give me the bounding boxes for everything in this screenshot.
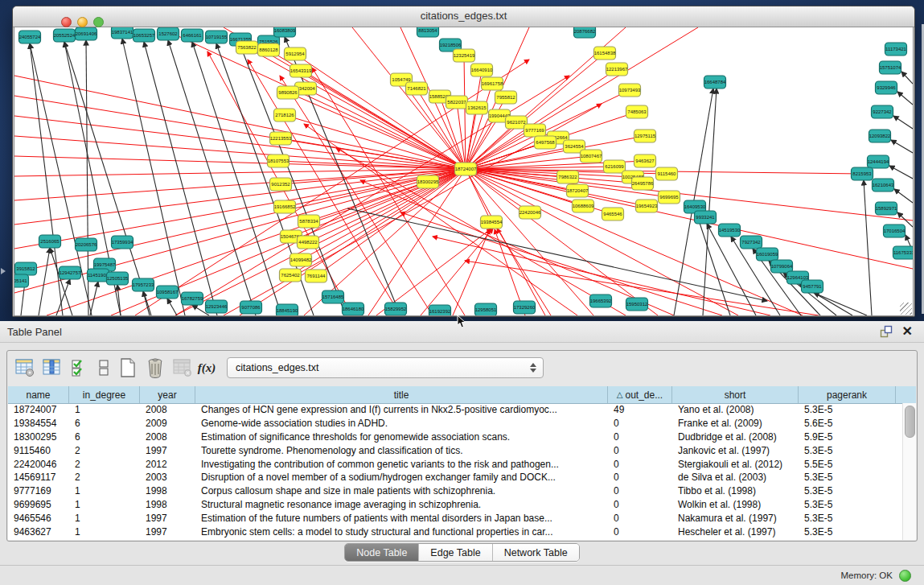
graph-node[interactable]: 2718126 [274, 109, 296, 122]
table-cell[interactable]: 18724007 [8, 404, 69, 415]
scrollbar-thumb[interactable] [905, 406, 915, 438]
graph-node[interactable]: 15716485 [322, 290, 345, 303]
graph-node[interactable]: 17016504 [884, 225, 906, 237]
graph-node[interactable]: 16154838 [594, 47, 617, 60]
table-cell[interactable]: 9463627 [8, 526, 69, 538]
graph-node[interactable]: 10719155 [206, 31, 228, 43]
column-header-year[interactable]: year [140, 386, 195, 403]
graph-node[interactable]: 20691406 [76, 27, 98, 40]
table-cell[interactable]: 5.3E-5 [799, 499, 896, 510]
graph-node[interactable]: 7986322 [557, 171, 579, 183]
graph-node[interactable]: 26495786 [632, 177, 655, 190]
graph-node[interactable]: 16648784 [704, 76, 727, 89]
table-cell[interactable]: Yano et al. (2008) [672, 404, 799, 415]
graph-node[interactable]: 16083809 [274, 27, 297, 37]
tab-network-table[interactable]: Network Table [493, 544, 579, 561]
graph-node[interactable]: 12325419 [454, 49, 476, 62]
graph-node[interactable]: 11173421 [885, 43, 907, 56]
graph-node[interactable]: 16640910 [471, 64, 494, 76]
graph-node[interactable]: 19665392 [590, 295, 613, 307]
table-cell[interactable]: Jankovic et al. (1997) [672, 445, 799, 456]
table-cell[interactable]: 49 [608, 404, 672, 415]
graph-node[interactable]: 6466161 [182, 29, 203, 42]
table-cell[interactable]: 2012 [140, 459, 195, 470]
table-tabs[interactable]: Node TableEdge TableNetwork Table [344, 543, 579, 562]
table-cell[interactable]: 1997 [140, 513, 195, 524]
graph-node[interactable]: 12213553 [270, 132, 293, 145]
graph-node[interactable]: 12923446 [206, 300, 228, 313]
table-cell[interactable]: 22420046 [8, 459, 69, 470]
graph-node[interactable]: 10653257 [133, 29, 156, 42]
graph-node[interactable]: 10973493 [619, 84, 642, 97]
table-cell[interactable]: Franke et al. (2009) [672, 418, 799, 429]
table-cell[interactable]: 1997 [140, 445, 195, 456]
graph-node[interactable]: 14099482 [290, 253, 313, 266]
table-cell[interactable]: 0 [608, 485, 672, 496]
graph-node[interactable]: 19837141 [112, 27, 134, 39]
tab-edge-table[interactable]: Edge Table [419, 544, 492, 561]
graph-node[interactable]: 5878334 [298, 215, 320, 228]
vertical-scrollbar[interactable] [902, 403, 916, 540]
table-body[interactable]: 1872400712008Changes of HCN gene express… [8, 403, 903, 540]
graph-node[interactable]: 16192392 [429, 305, 452, 315]
graph-node[interactable]: 22420046 [519, 206, 542, 219]
table-cell[interactable]: 5.3E-5 [799, 404, 896, 415]
table-cell[interactable]: 6 [69, 418, 140, 429]
column-header-pagerank[interactable]: pagerank [799, 386, 896, 403]
graph-node[interactable]: 12213967 [606, 63, 629, 76]
column-header-out_de[interactable]: △out_de... [608, 386, 672, 403]
graph-node[interactable]: 8505141 [14, 274, 29, 287]
close-panel-icon[interactable]: ✕ [902, 325, 913, 338]
panel-collapse-arrow[interactable] [1, 268, 6, 274]
graph-node[interactable]: 5912954 [285, 47, 306, 60]
table-cell[interactable]: 9699695 [8, 499, 69, 510]
table-cell[interactable]: 0 [608, 445, 672, 456]
graph-node[interactable]: 12444194 [868, 155, 890, 168]
graph-node[interactable]: 9465546 [602, 208, 624, 220]
graph-node[interactable]: 11675331 [893, 246, 914, 259]
table-cell[interactable]: 5.6E-5 [799, 418, 896, 429]
table-cell[interactable]: 0 [608, 526, 672, 538]
table-select-combobox[interactable]: citations_edges.txt [227, 357, 544, 378]
row-height-icon[interactable] [95, 356, 113, 379]
table-cell[interactable]: Embryonic stem cells: a model to study s… [195, 526, 608, 538]
graph-node[interactable]: 12505135 [107, 272, 129, 285]
graph-node[interactable]: 18300295 [417, 175, 440, 188]
table-cell[interactable]: 2 [69, 459, 140, 470]
graph-node[interactable]: 8860128 [258, 43, 280, 56]
column-header-in_degree[interactable]: in_degree [69, 386, 140, 403]
table-cell[interactable]: 5.3E-5 [799, 472, 896, 483]
graph-node[interactable]: 8215953 [852, 167, 873, 180]
graph-node[interactable]: 18107553 [268, 154, 290, 167]
graph-node[interactable]: 10807467 [581, 150, 603, 163]
table-cell[interactable]: de Silva et al. (2003) [672, 472, 799, 483]
graph-node[interactable]: 9012352 [270, 178, 292, 191]
graph-node[interactable]: 18720407 [567, 184, 589, 197]
table-cell[interactable]: 6 [69, 431, 140, 443]
graph-node[interactable]: 12958051 [475, 303, 498, 315]
table-cell[interactable]: Changes of HCN gene expression and I(f) … [195, 404, 608, 415]
select-rows-checkmarks-icon[interactable] [68, 356, 92, 379]
graph-node[interactable]: 6216099 [604, 160, 626, 173]
graph-node[interactable]: 16210643 [873, 179, 895, 192]
tab-node-table[interactable]: Node Table [345, 544, 419, 561]
graph-node[interactable]: 18845190 [277, 304, 299, 315]
graph-node[interactable]: 19654923 [636, 200, 659, 212]
graph-node[interactable]: 9777169 [524, 124, 546, 137]
network-window[interactable]: citations_edges.txt 24055724205525242069… [12, 6, 915, 317]
table-cell[interactable]: 2008 [140, 431, 195, 443]
graph-node[interactable]: 18724007 [455, 163, 478, 175]
table-cell[interactable]: 9465546 [8, 513, 69, 524]
table-row[interactable]: 1456911722003Disruption of a novel membe… [8, 471, 903, 484]
graph-node[interactable]: 20552524 [54, 29, 76, 42]
table-cell[interactable]: 0 [608, 418, 672, 429]
table-row[interactable]: 2242004622012Investigating the contribut… [8, 457, 903, 471]
graph-node[interactable]: 16019059 [757, 248, 779, 261]
table-cell[interactable]: 18300295 [8, 431, 69, 443]
graph-node[interactable]: 7485063 [626, 105, 648, 118]
table-cell[interactable]: 2 [69, 445, 140, 456]
table-row[interactable]: 977716911998Corpus callosum shape and si… [8, 484, 903, 498]
graph-node[interactable]: 5822037 [446, 96, 468, 109]
float-panel-icon[interactable] [880, 325, 893, 338]
table-cell[interactable]: Hescheler et al. (1997) [672, 526, 799, 538]
